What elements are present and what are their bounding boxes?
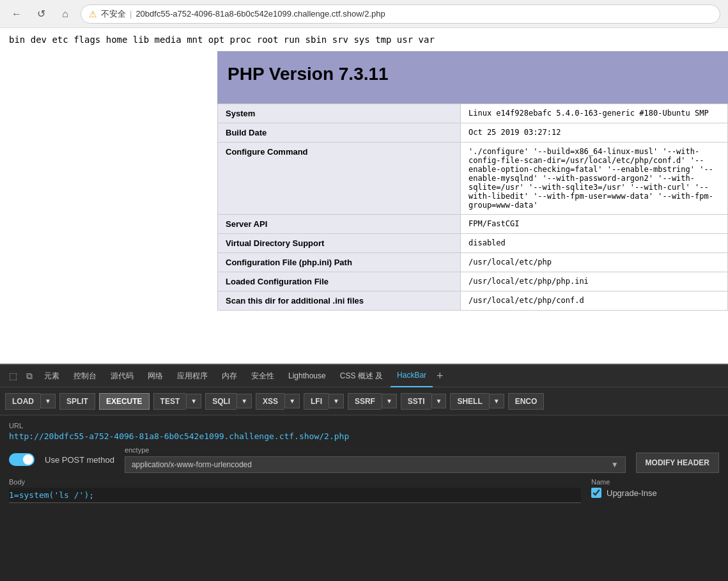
shell-dropdown: SHELL ▼ xyxy=(450,393,504,410)
refresh-button[interactable]: ↺ xyxy=(32,5,50,23)
php-header: PHP Version 7.3.11 xyxy=(217,51,728,104)
tab-security[interactable]: 安全性 xyxy=(245,365,281,387)
enco-button[interactable]: ENCO xyxy=(508,393,545,410)
table-row: Scan this dir for additional .ini files/… xyxy=(218,291,728,311)
name-label: Name xyxy=(591,478,719,486)
ssti-dropdown: SSTI ▼ xyxy=(401,393,447,410)
php-info-area: PHP Version 7.3.11 SystemLinux e14f928eb… xyxy=(217,51,728,311)
table-value: /usr/local/etc/php/php.ini xyxy=(461,272,728,291)
load-arrow[interactable]: ▼ xyxy=(40,394,56,408)
xss-arrow[interactable]: ▼ xyxy=(284,394,300,408)
table-row: Server APIFPM/FastCGI xyxy=(218,215,728,234)
shell-button[interactable]: SHELL xyxy=(450,393,488,410)
body-label: Body xyxy=(9,478,581,486)
devtools-tabs: ⬚ ⧉ 元素 控制台 源代码 网络 应用程序 内存 安全性 Lighthouse… xyxy=(0,365,728,387)
tab-sources[interactable]: 源代码 xyxy=(104,365,140,387)
tab-css-overview[interactable]: CSS 概述 及 xyxy=(334,365,389,387)
table-value: './configure' '--build=x86_64-linux-musl… xyxy=(461,143,728,215)
ssrf-dropdown: SSRF ▼ xyxy=(348,393,397,410)
table-key: Server API xyxy=(218,215,461,234)
chevron-down-icon: ▼ xyxy=(611,460,619,469)
bottom-row: Body Name Upgrade-Inse xyxy=(9,478,719,503)
ssti-arrow[interactable]: ▼ xyxy=(431,394,447,408)
enctype-section: enctype application/x-www-form-urlencode… xyxy=(125,446,626,473)
sqli-button[interactable]: SQLI xyxy=(205,393,236,410)
enctype-value: application/x-www-form-urlencoded xyxy=(132,460,611,469)
enctype-select[interactable]: application/x-www-form-urlencoded ▼ xyxy=(125,456,626,473)
warning-icon: ⚠ xyxy=(89,9,97,19)
php-info-table: SystemLinux e14f928ebafc 5.4.0-163-gener… xyxy=(217,104,728,311)
lfi-dropdown: LFI ▼ xyxy=(304,393,344,410)
tab-console[interactable]: 控制台 xyxy=(67,365,103,387)
table-value: /usr/local/etc/php/conf.d xyxy=(461,291,728,311)
tab-hackbar[interactable]: HackBar xyxy=(391,365,433,387)
ssti-button[interactable]: SSTI xyxy=(401,393,431,410)
table-value: FPM/FastCGI xyxy=(461,215,728,234)
table-key: Build Date xyxy=(218,123,461,143)
ssrf-button[interactable]: SSRF xyxy=(348,393,382,410)
devtools-icon-btn-2[interactable]: ⧉ xyxy=(22,371,36,382)
lfi-button[interactable]: LFI xyxy=(304,393,329,410)
hackbar-body: URL http://20bdfc55-a752-4096-81a8-6b0c5… xyxy=(0,415,728,581)
table-key: Configuration File (php.ini) Path xyxy=(218,253,461,272)
test-arrow[interactable]: ▼ xyxy=(186,394,201,408)
xss-dropdown: XSS ▼ xyxy=(256,393,300,410)
url-text: 20bdfc55-a752-4096-81a8-6b0c542e1099.cha… xyxy=(136,9,385,19)
hackbar-toolbar: LOAD ▼ SPLIT EXECUTE TEST ▼ SQLI ▼ XSS ▼… xyxy=(0,387,728,415)
table-row: Configure Command'./configure' '--build=… xyxy=(218,143,728,215)
table-key: Scan this dir for additional .ini files xyxy=(218,291,461,311)
back-button[interactable]: ← xyxy=(8,5,26,23)
devtools-icon-btn-1[interactable]: ⬚ xyxy=(5,371,21,381)
table-row: SystemLinux e14f928ebafc 5.4.0-163-gener… xyxy=(218,104,728,123)
modify-header-button[interactable]: MODIFY HEADER xyxy=(636,453,719,473)
url-label: URL xyxy=(9,422,719,430)
table-row: Loaded Configuration File/usr/local/etc/… xyxy=(218,272,728,291)
name-row: Upgrade-Inse xyxy=(591,488,719,498)
name-section: Name Upgrade-Inse xyxy=(591,478,719,503)
table-row: Configuration File (php.ini) Path/usr/lo… xyxy=(218,253,728,272)
sqli-arrow[interactable]: ▼ xyxy=(236,394,252,408)
table-key: Loaded Configuration File xyxy=(218,272,461,291)
table-value: Linux e14f928ebafc 5.4.0-163-generic #18… xyxy=(461,104,728,123)
execute-button[interactable]: EXECUTE xyxy=(99,393,150,410)
table-row: Build DateOct 25 2019 03:27:12 xyxy=(218,123,728,143)
insecure-label: 不安全 xyxy=(101,8,126,20)
separator: | xyxy=(130,9,132,19)
ssrf-arrow[interactable]: ▼ xyxy=(382,394,397,408)
devtools-plus-button[interactable]: + xyxy=(437,369,444,383)
tab-memory[interactable]: 内存 xyxy=(215,365,244,387)
body-input[interactable] xyxy=(9,488,581,503)
name-checkbox[interactable] xyxy=(591,488,601,498)
table-value: /usr/local/etc/php xyxy=(461,253,728,272)
home-button[interactable]: ⌂ xyxy=(56,5,74,23)
enctype-label: enctype xyxy=(125,446,626,454)
toggle-track xyxy=(9,453,35,466)
sqli-dropdown: SQLI ▼ xyxy=(205,393,252,410)
tab-network[interactable]: 网络 xyxy=(141,365,169,387)
test-button[interactable]: TEST xyxy=(153,393,187,410)
toggle-thumb xyxy=(23,454,33,465)
url-value[interactable]: http://20bdfc55-a752-4096-81a8-6b0c542e1… xyxy=(9,431,719,441)
post-method-toggle[interactable] xyxy=(9,453,35,466)
post-method-label: Use POST method xyxy=(45,455,114,465)
content-area: bin dev etc flags home lib media mnt opt… xyxy=(0,28,728,364)
browser-chrome: ← ↺ ⌂ ⚠ 不安全 | 20bdfc55-a752-4096-81a8-6b… xyxy=(0,0,728,28)
shell-arrow[interactable]: ▼ xyxy=(489,394,504,408)
xss-button[interactable]: XSS xyxy=(256,393,284,410)
tab-elements[interactable]: 元素 xyxy=(38,365,66,387)
lfi-arrow[interactable]: ▼ xyxy=(329,394,344,408)
table-value: disabled xyxy=(461,234,728,253)
table-key: Virtual Directory Support xyxy=(218,234,461,253)
load-button[interactable]: LOAD xyxy=(5,393,40,410)
split-button[interactable]: SPLIT xyxy=(59,393,95,410)
tab-application[interactable]: 应用程序 xyxy=(171,365,214,387)
test-dropdown: TEST ▼ xyxy=(153,393,202,410)
php-version-title: PHP Version 7.3.11 xyxy=(228,64,718,84)
body-section: Body xyxy=(9,478,581,503)
options-row: Use POST method enctype application/x-ww… xyxy=(9,446,719,473)
address-bar[interactable]: ⚠ 不安全 | 20bdfc55-a752-4096-81a8-6b0c542e… xyxy=(81,4,720,24)
url-row: URL http://20bdfc55-a752-4096-81a8-6b0c5… xyxy=(9,422,719,441)
table-key: Configure Command xyxy=(218,143,461,215)
table-key: System xyxy=(218,104,461,123)
tab-lighthouse[interactable]: Lighthouse xyxy=(282,365,332,387)
